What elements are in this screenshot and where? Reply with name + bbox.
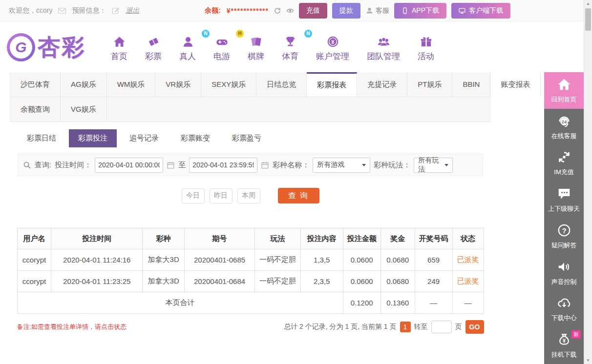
tab-pt[interactable]: PT娱乐	[407, 72, 452, 97]
sidebar-item-im-recharge[interactable]: IM充值	[544, 145, 584, 182]
reserved-info-label: 预留信息：	[72, 6, 106, 15]
sidebar-item-online-service[interactable]: 24 在线客服	[544, 109, 584, 145]
today-button[interactable]: 今日	[182, 188, 205, 203]
summary-row: 本页合计 0.1200 0.1360 — —	[17, 292, 484, 314]
sidebar-item-label: 下载中心	[551, 314, 577, 323]
status-link[interactable]: 已派奖	[452, 271, 484, 292]
col-prize: 奖金	[381, 228, 415, 249]
main-content: 沙巴体育 AG娱乐 WM娱乐 VR娱乐 SEXY娱乐 日结总览 彩票报表 充提记…	[10, 72, 491, 334]
sidebar-item-back-home[interactable]: 回到首页	[544, 72, 584, 109]
svg-text:¥: ¥	[563, 338, 566, 344]
logout-link[interactable]: 退出	[126, 6, 139, 15]
edit-icon[interactable]	[111, 6, 120, 15]
sidebar-item-label: IM充值	[554, 168, 573, 177]
filter-bar: 查询: 投注时间： 至 彩种名称： 所有游戏 彩种玩法： 所有玩法	[18, 154, 483, 176]
bet-time-to-input[interactable]	[189, 158, 257, 173]
withdraw-button[interactable]: 提款	[332, 3, 360, 19]
person-icon: N	[170, 33, 205, 48]
scrollbar-thumb[interactable]	[585, 8, 591, 31]
nav-label: 体育	[273, 51, 307, 62]
app-download-label: APP下载	[412, 6, 439, 15]
this-week-button[interactable]: 本周	[237, 188, 260, 203]
nav-item-lottery[interactable]: 彩票	[136, 33, 170, 62]
sidebar-item-afk-download[interactable]: 新 ¥ 挂机下载	[544, 327, 584, 364]
calendar-icon[interactable]	[167, 161, 175, 169]
yesterday-button[interactable]: 昨日	[210, 188, 233, 203]
col-bet-amount: 投注金额	[343, 228, 381, 249]
lottery-name-select[interactable]: 所有游戏	[313, 158, 370, 173]
tab-shaba-sports[interactable]: 沙巴体育	[10, 72, 61, 97]
tab-wm[interactable]: WM娱乐	[107, 72, 156, 97]
app-download-button[interactable]: APP下载	[394, 3, 446, 19]
question-icon: ?	[557, 223, 571, 238]
nav-item-home[interactable]: 首页	[102, 33, 136, 62]
cell-prize: 0.0680	[381, 249, 415, 271]
play-type-value: 所有玩法	[418, 156, 444, 174]
subtab-lottery-account-change[interactable]: 彩票账变	[171, 129, 219, 147]
gift-icon	[409, 33, 443, 48]
tab-deposit-withdraw-records[interactable]: 充提记录	[357, 72, 407, 97]
tab-sexy[interactable]: SEXY娱乐	[201, 72, 256, 97]
sidebar-item-faq[interactable]: ? 疑问解答	[544, 218, 584, 255]
tab-balance-query[interactable]: 余额查询	[10, 97, 61, 121]
subtab-chase-records[interactable]: 追号记录	[120, 129, 168, 147]
scroll-down-arrow-icon[interactable]: ▼	[584, 357, 592, 364]
tab-bbin[interactable]: BBIN	[452, 72, 490, 97]
nav-item-live[interactable]: N 真人	[170, 33, 205, 62]
subtab-lottery-profit-loss[interactable]: 彩票盈亏	[223, 129, 271, 147]
cell-bet-amount: 0.0600	[343, 249, 381, 271]
eye-icon[interactable]	[286, 7, 294, 15]
customer-service-link[interactable]: 客服	[365, 6, 389, 15]
sidebar-item-download-center[interactable]: 下载中心	[544, 291, 584, 328]
nav-label: 真人	[170, 51, 205, 62]
tab-daily-overview[interactable]: 日结总览	[256, 72, 307, 97]
nav-item-promotions[interactable]: 活动	[409, 33, 443, 62]
sidebar-item-chat[interactable]: 上下级聊天	[544, 182, 584, 218]
play-type-select[interactable]: 所有玩法	[414, 158, 453, 173]
vertical-scrollbar[interactable]: ▲ ▼	[584, 0, 592, 364]
cell-bet-time: 2020-04-01 11:24:16	[51, 249, 143, 271]
cell-draw-number: 249	[415, 271, 452, 292]
envelope-icon[interactable]	[58, 6, 66, 15]
lottery-name-value: 所有游戏	[317, 161, 344, 169]
nav-item-team[interactable]: 团队管理	[358, 33, 409, 62]
sidebar-item-label: 上下级聊天	[548, 204, 580, 213]
nav-item-account[interactable]: ¥ 账户管理	[307, 33, 358, 62]
new-badge: 新	[571, 330, 581, 339]
refresh-icon[interactable]	[274, 7, 281, 15]
summary-prize-total: 0.1360	[381, 292, 415, 314]
phone-icon	[402, 7, 408, 14]
sidebar-item-sound-control[interactable]: 声音控制	[544, 255, 584, 291]
nav-item-egames[interactable]: H 电游	[205, 33, 239, 62]
subtab-lottery-bets[interactable]: 彩票投注	[69, 129, 117, 147]
col-issue: 期号	[185, 228, 255, 249]
nav-item-sports[interactable]: N 体育	[273, 33, 307, 62]
subtab-lottery-daily[interactable]: 彩票日结	[18, 129, 65, 147]
chat-icon	[557, 186, 571, 201]
cell-play: 一码不定胆	[254, 249, 300, 271]
cell-bet-content: 2,3,5	[300, 271, 343, 292]
query-label: 查询:	[35, 161, 51, 170]
tab-vg[interactable]: VG娱乐	[61, 97, 107, 121]
calendar-icon[interactable]	[261, 161, 269, 169]
site-logo[interactable]: G 杏彩	[7, 32, 85, 62]
tab-account-change-report[interactable]: 账变报表	[490, 72, 541, 97]
pagination: 总计 2 个记录, 分为 1 页, 当前第 1 页 1 转至 页 GO	[284, 320, 484, 334]
client-download-button[interactable]: 客户端下载	[451, 3, 510, 19]
tab-lottery-report[interactable]: 彩票报表	[307, 72, 357, 97]
tab-vr[interactable]: VR娱乐	[155, 72, 201, 97]
go-button[interactable]: GO	[465, 320, 484, 334]
scroll-up-arrow-icon[interactable]: ▲	[584, 0, 592, 7]
table-row: ccorypt 2020-04-01 11:23:25 加拿大3D 202004…	[17, 271, 484, 292]
recharge-button[interactable]: 充值	[299, 3, 327, 19]
status-link[interactable]: 已派奖	[452, 249, 484, 271]
tab-ag[interactable]: AG娱乐	[61, 72, 107, 97]
bet-time-from-input[interactable]	[95, 158, 163, 173]
svg-text:24: 24	[561, 120, 567, 124]
header: G 杏彩 首页 彩票 N 真人 H 电游 棋牌	[0, 22, 542, 72]
page-1-button[interactable]: 1	[400, 322, 411, 332]
nav-item-boardgames[interactable]: 棋牌	[239, 33, 273, 62]
query-button[interactable]: 查 询	[278, 188, 319, 203]
cell-lottery: 加拿大3D	[143, 249, 185, 271]
goto-page-input[interactable]	[431, 321, 452, 333]
